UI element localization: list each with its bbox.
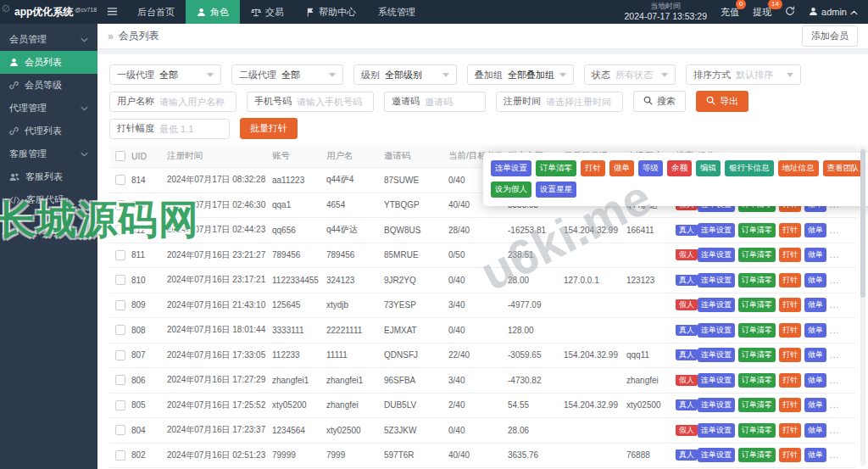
row-checkbox[interactable] (115, 425, 125, 435)
popup-action-button[interactable]: 余额 (667, 160, 692, 176)
row-action-button[interactable]: 连单设置 (698, 323, 735, 338)
more-actions-button[interactable]: ... (830, 376, 839, 385)
row-action-button[interactable]: 连单设置 (698, 298, 735, 312)
search-button[interactable]: 搜索 (633, 91, 686, 112)
row-action-button[interactable]: 做单 (804, 273, 826, 288)
select-all-checkbox[interactable] (115, 151, 125, 161)
row-action-button[interactable]: 做单 (804, 223, 826, 237)
more-actions-button[interactable]: ... (830, 300, 839, 310)
popup-action-button[interactable]: 查看团队 (823, 160, 864, 176)
row-action-button[interactable]: 做单 (804, 348, 826, 362)
row-action-button[interactable]: 订单清零 (738, 273, 776, 288)
popup-action-button[interactable]: 地址信息 (778, 160, 819, 176)
filter-select-2[interactable]: 二级代理全部 (231, 64, 343, 85)
popup-action-button[interactable]: 设为假人 (491, 181, 531, 198)
row-action-button[interactable]: 连单设置 (698, 423, 735, 438)
row-action-button[interactable]: 订单清零 (738, 348, 776, 362)
row-action-button[interactable]: 打针 (779, 423, 801, 438)
row-action-button[interactable]: 订单清零 (738, 448, 776, 462)
more-actions-button[interactable]: ... (830, 426, 839, 435)
popup-action-button[interactable]: 做单 (609, 160, 634, 176)
row-checkbox[interactable] (115, 300, 125, 310)
popup-action-button[interactable]: 银行卡信息 (725, 160, 774, 176)
row-action-button[interactable]: 订单清零 (738, 298, 776, 312)
row-action-button[interactable]: 打针 (779, 273, 801, 288)
row-action-button[interactable]: 打针 (779, 448, 801, 462)
row-action-button[interactable]: 做单 (804, 323, 826, 338)
sidebar-item-3[interactable]: 会员等级 (0, 74, 97, 97)
row-checkbox[interactable] (115, 375, 125, 385)
row-checkbox[interactable] (115, 400, 125, 410)
row-action-button[interactable]: 连单设置 (698, 348, 735, 362)
popup-action-button[interactable]: 等级 (638, 160, 663, 176)
row-action-button[interactable]: 做单 (804, 448, 826, 462)
sidebar-item-7[interactable]: 客服列表 (0, 165, 97, 188)
filter-input-field[interactable] (546, 97, 622, 107)
row-action-button[interactable]: 做单 (804, 298, 826, 312)
filter-select-1[interactable]: 一级代理全部 (109, 64, 221, 85)
popup-action-button[interactable]: 编辑 (696, 160, 721, 176)
more-actions-button[interactable]: ... (830, 276, 839, 285)
row-action-button[interactable]: 订单清零 (738, 373, 776, 388)
more-actions-button[interactable]: ... (830, 450, 839, 460)
popup-action-button[interactable]: 订单清零 (536, 160, 576, 176)
more-actions-button[interactable]: ... (830, 326, 839, 335)
row-action-button[interactable]: 做单 (804, 248, 826, 262)
row-checkbox[interactable] (115, 325, 125, 335)
row-action-button[interactable]: 连单设置 (698, 448, 735, 462)
sidebar-item-5[interactable]: 代理列表 (0, 120, 97, 142)
row-action-button[interactable]: 连单设置 (698, 223, 735, 237)
scrollbar-thumb[interactable] (860, 149, 865, 298)
row-action-button[interactable]: 连单设置 (698, 248, 735, 262)
row-checkbox[interactable] (115, 250, 125, 260)
topmenu-item-5[interactable]: 系统管理 (367, 0, 426, 24)
topmenu-item-1[interactable]: 后台首页 (126, 0, 186, 24)
filter-input-field[interactable] (159, 97, 236, 107)
row-action-button[interactable]: 打针 (779, 323, 801, 338)
row-action-button[interactable]: 做单 (804, 398, 826, 412)
row-action-button[interactable]: 打针 (779, 248, 801, 262)
sidebar-item-2[interactable]: 会员列表 (0, 51, 97, 74)
row-action-button[interactable]: 打针 (779, 223, 801, 237)
export-button[interactable]: 导出 (696, 91, 748, 112)
row-checkbox[interactable] (115, 275, 125, 285)
row-action-button[interactable]: 订单清零 (738, 248, 776, 262)
refresh-button[interactable] (785, 4, 795, 20)
recharge-link[interactable]: 充值0 (721, 6, 739, 19)
sidebar-item-6[interactable]: 客服管理 (0, 142, 97, 165)
batch-inject-button[interactable]: 批量打针 (240, 118, 298, 139)
filter-select-4[interactable]: 叠加组全部叠加组 (467, 64, 574, 85)
row-action-button[interactable]: 打针 (779, 398, 801, 412)
sidebar-item-4[interactable]: 代理管理 (0, 97, 97, 120)
row-checkbox[interactable] (115, 350, 125, 360)
row-action-button[interactable]: 连单设置 (698, 273, 735, 288)
popup-action-button[interactable]: 设置星星 (536, 181, 576, 198)
sidebar-item-1[interactable]: 会员管理 (0, 28, 97, 51)
topmenu-item-2[interactable]: 角色 (186, 0, 240, 24)
row-checkbox[interactable] (115, 225, 125, 235)
row-action-button[interactable]: 订单清零 (738, 398, 776, 412)
filter-select-6[interactable]: 排序方式默认排序 (686, 64, 801, 85)
row-action-button[interactable]: 打针 (779, 348, 801, 362)
filter-input-field[interactable] (425, 97, 485, 107)
row-action-button[interactable]: 打针 (779, 298, 801, 312)
filter-select-5[interactable]: 状态所有状态 (584, 64, 676, 85)
row-action-button[interactable]: 做单 (804, 373, 826, 388)
user-menu[interactable]: admin (809, 7, 858, 18)
topmenu-item-3[interactable]: 交易 (240, 0, 295, 24)
withdraw-link[interactable]: 提现14 (753, 6, 771, 19)
vertical-scrollbar[interactable] (860, 146, 865, 466)
add-member-button[interactable]: 添加会员 (802, 25, 858, 47)
more-actions-button[interactable]: ... (830, 350, 839, 360)
row-action-button[interactable]: 做单 (804, 423, 826, 438)
topmenu-item-4[interactable]: 帮助中心 (295, 0, 367, 24)
row-checkbox[interactable] (115, 450, 125, 461)
row-checkbox[interactable] (115, 175, 125, 185)
sidebar-item-8[interactable]: 客服代码 (0, 188, 97, 211)
popup-action-button[interactable]: 连单设置 (491, 160, 531, 176)
row-action-button[interactable]: 订单清零 (738, 323, 776, 338)
row-action-button[interactable]: 订单清零 (738, 423, 776, 438)
filter-input-field[interactable] (297, 97, 373, 107)
inject-range-input[interactable] (159, 124, 229, 134)
filter-select-3[interactable]: 级别全部级别 (353, 64, 457, 85)
